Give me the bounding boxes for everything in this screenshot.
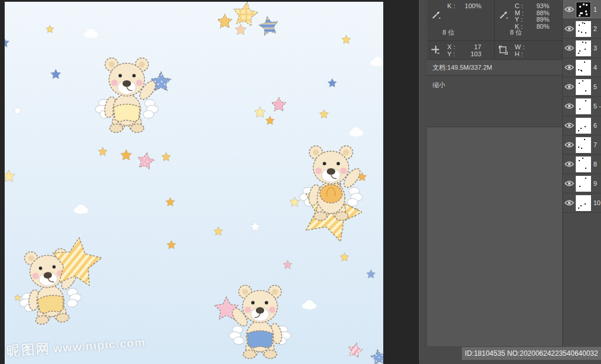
- x-label: X :: [447, 44, 455, 51]
- layer-visibility-eye-icon[interactable]: [563, 161, 576, 167]
- layer-row[interactable]: 4: [563, 58, 601, 77]
- layer-label: 6: [593, 122, 597, 129]
- watermark-site-name: 昵图网: [6, 341, 51, 359]
- tool-hint: 缩小: [427, 76, 562, 127]
- layer-visibility-eye-icon[interactable]: [563, 103, 576, 109]
- channel-label: C :: [515, 3, 523, 10]
- layer-visibility-eye-icon[interactable]: [563, 64, 576, 70]
- layer-row[interactable]: 10: [563, 193, 601, 213]
- channel-label: Y :: [515, 16, 522, 23]
- layer-visibility-eye-icon[interactable]: [563, 84, 576, 90]
- document-canvas[interactable]: 昵图网 www.nipic.com: [5, 2, 383, 364]
- image-id-bar: ID:18104535 NO:20200624223540640032: [462, 347, 601, 360]
- layer-visibility-eye-icon[interactable]: [563, 45, 576, 51]
- layers-panel: 123455 -678910: [562, 0, 601, 347]
- primary-bit-depth: 8 位: [443, 28, 454, 37]
- layer-row[interactable]: 6: [563, 116, 601, 135]
- cursor-position-readout: X : 17 Y : 103: [427, 41, 495, 59]
- photoshop-workspace: 昵图网 www.nipic.com K : 100% 8 位 C :93%M :…: [0, 0, 601, 364]
- primary-channel-value: 100%: [465, 3, 481, 10]
- layer-row[interactable]: 8: [563, 155, 601, 174]
- layer-row[interactable]: 7: [563, 135, 601, 155]
- info-primary-readout: K : 100% 8 位: [427, 0, 495, 40]
- layer-label: 5: [593, 83, 597, 90]
- layer-thumbnail[interactable]: [576, 118, 591, 134]
- eyedropper-icon[interactable]: [499, 9, 508, 19]
- layer-thumbnail[interactable]: [576, 21, 591, 37]
- layer-visibility-eye-icon[interactable]: [563, 123, 576, 128]
- layer-row[interactable]: 1: [563, 0, 601, 19]
- layer-row[interactable]: 2: [563, 19, 601, 39]
- info-panel-empty-area: [427, 127, 562, 346]
- layer-label: 1: [593, 6, 597, 13]
- layer-row[interactable]: 5: [563, 77, 601, 97]
- layer-label: 5 -: [593, 103, 601, 110]
- layer-label: 10: [593, 199, 600, 206]
- layer-row[interactable]: 5 -: [563, 97, 601, 116]
- layer-label: 7: [593, 141, 597, 148]
- layer-thumbnail[interactable]: [576, 2, 591, 18]
- layer-thumbnail[interactable]: [576, 60, 591, 76]
- layer-thumbnail[interactable]: [576, 137, 591, 153]
- layer-row[interactable]: 3: [563, 39, 601, 58]
- layer-thumbnail[interactable]: [576, 157, 591, 172]
- bottom-filler: [419, 360, 601, 364]
- channel-readout-row: K :80%: [499, 23, 558, 30]
- channel-value: 80%: [536, 23, 549, 30]
- layer-label: 8: [593, 161, 597, 168]
- layer-thumbnail[interactable]: [576, 98, 591, 114]
- x-value: 17: [474, 44, 481, 51]
- layer-visibility-eye-icon[interactable]: [563, 142, 576, 148]
- layer-label: 3: [593, 45, 597, 52]
- layer-rows: 123455 -678910: [563, 0, 601, 213]
- layer-label: 2: [593, 25, 597, 32]
- layer-visibility-eye-icon[interactable]: [563, 200, 576, 206]
- layer-visibility-eye-icon[interactable]: [563, 6, 576, 12]
- selection-size-readout: W : H :: [495, 41, 562, 59]
- eyedropper-icon[interactable]: [431, 9, 441, 19]
- channel-readout-row: C :93%: [499, 3, 558, 10]
- document-size-info: 文档:149.5M/337.2M: [427, 60, 562, 76]
- channel-value: 89%: [536, 16, 549, 23]
- y-label: Y :: [447, 51, 455, 58]
- info-secondary-readout: C :93%M :88%Y :89%K :80% 8 位: [495, 0, 562, 40]
- layer-visibility-eye-icon[interactable]: [563, 181, 576, 186]
- channel-value: 93%: [536, 3, 549, 10]
- bear-pattern-artwork: [5, 2, 383, 364]
- layer-thumbnail[interactable]: [576, 176, 591, 192]
- image-id-text: ID:18104535 NO:20200624223540640032: [465, 349, 598, 358]
- layer-thumbnail[interactable]: [576, 40, 591, 56]
- layer-visibility-eye-icon[interactable]: [563, 26, 576, 32]
- layer-label: 4: [593, 64, 597, 71]
- selection-size-icon: [499, 46, 508, 55]
- primary-channel-label: K :: [447, 3, 455, 10]
- info-panel: K : 100% 8 位 C :93%M :88%Y :89%K :80% 8 …: [427, 0, 562, 347]
- secondary-bit-depth: 8 位: [510, 28, 522, 37]
- layer-thumbnail[interactable]: [576, 79, 591, 95]
- layer-label: 9: [593, 180, 597, 187]
- layer-thumbnail[interactable]: [576, 195, 591, 211]
- h-label: H :: [515, 51, 523, 58]
- crosshair-icon: [431, 46, 441, 55]
- layer-row[interactable]: 9: [563, 174, 601, 193]
- w-label: W :: [515, 44, 525, 51]
- y-value: 103: [471, 51, 481, 58]
